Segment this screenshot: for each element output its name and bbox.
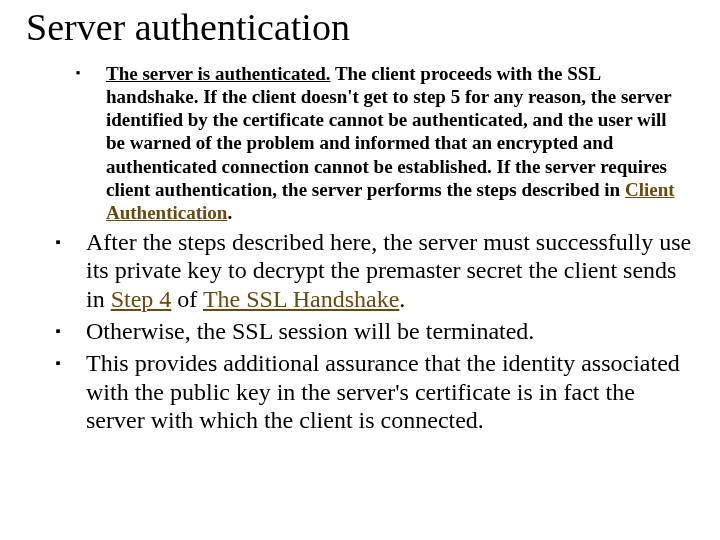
lead-sentence: The server is authenticated. xyxy=(106,63,330,84)
bullet-item-4: ▪ This provides additional assurance tha… xyxy=(26,349,694,434)
bullet-text-1: The server is authenticated. The client … xyxy=(106,62,694,224)
slide-title: Server authentication xyxy=(26,8,694,48)
link-ssl-handshake[interactable]: The SSL Handshake xyxy=(203,286,399,312)
slide: Server authentication ▪ The server is au… xyxy=(0,0,720,434)
para1-rest-b: . xyxy=(227,202,232,223)
bullet-icon: ▪ xyxy=(26,62,106,84)
bullet-icon: ▪ xyxy=(26,349,86,377)
para2-b: of xyxy=(171,286,203,312)
bullet-text-3: Otherwise, the SSL session will be termi… xyxy=(86,317,694,345)
bullet-text-4: This provides additional assurance that … xyxy=(86,349,694,434)
para2-c: . xyxy=(399,286,405,312)
bullet-icon: ▪ xyxy=(26,228,86,256)
bullet-item-1: ▪ The server is authenticated. The clien… xyxy=(26,62,694,224)
bullet-item-3: ▪ Otherwise, the SSL session will be ter… xyxy=(26,317,694,345)
bullet-item-2: ▪ After the steps described here, the se… xyxy=(26,228,694,313)
link-step-4[interactable]: Step 4 xyxy=(111,286,172,312)
bullet-text-2: After the steps described here, the serv… xyxy=(86,228,694,313)
bullet-icon: ▪ xyxy=(26,317,86,345)
